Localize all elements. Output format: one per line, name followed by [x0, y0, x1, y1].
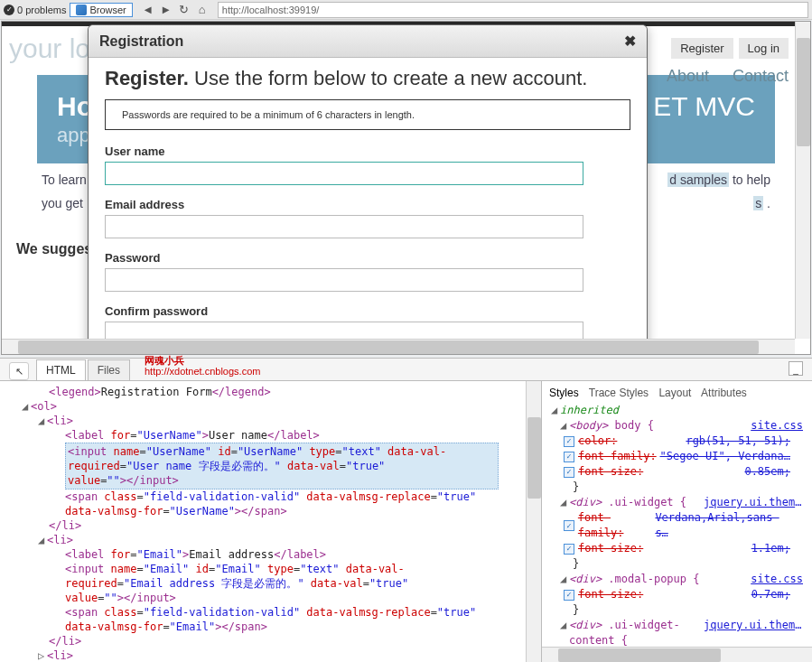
username-input[interactable] [105, 162, 583, 185]
dev-tabs: ↖ HTML Files 网魂小兵 http://xdotnet.cnblogs… [0, 359, 812, 380]
tab-attributes[interactable]: Attributes [701, 387, 747, 399]
browser-hscroll[interactable] [2, 339, 795, 354]
site-logo: your lo [5, 26, 90, 64]
selected-dom-node[interactable]: <input name="UserName" id="UserName" typ… [65, 443, 499, 490]
styles-pane: Styles Trace Styles Layout Attributes ◢i… [541, 381, 812, 662]
src-site-css-2[interactable]: site.css [751, 572, 803, 587]
close-icon[interactable]: ✖ [624, 33, 636, 50]
email-label: Email address [105, 198, 630, 211]
element-picker-icon[interactable]: ↖ [9, 362, 29, 380]
password-input[interactable] [105, 268, 583, 292]
src-jquery-theme[interactable]: jquery.ui.theme… [704, 495, 803, 510]
browser-tab[interactable]: Browser [70, 3, 132, 17]
account-links: Register Log in [671, 38, 789, 59]
nav-about[interactable]: About [667, 67, 709, 86]
confirm-label: Confirm password [105, 304, 630, 318]
browser-icon [76, 5, 87, 15]
username-field: User name [105, 145, 630, 185]
register-link[interactable]: Register [671, 38, 733, 59]
home-button[interactable]: ⌂ [194, 2, 210, 18]
hero-title-right: ET MVC [653, 91, 755, 122]
forward-button[interactable]: ► [158, 2, 174, 18]
minimize-button[interactable]: _ [789, 361, 803, 376]
email-field: Email address [105, 198, 630, 238]
browser-tab-label: Browser [89, 5, 126, 15]
username-label: User name [105, 145, 630, 158]
src-jquery-theme-2[interactable]: jquery.ui.theme… [704, 618, 803, 647]
password-field: Password [105, 251, 630, 292]
problems-badge[interactable]: ✓ 0 problems [4, 5, 66, 15]
check-icon: ✓ [4, 5, 14, 15]
watermark: 网魂小兵 http://xdotnet.cnblogs.com [145, 355, 260, 377]
password-note: Passwords are required to be a minimum o… [105, 99, 630, 130]
dev-tools: ↖ HTML Files 网魂小兵 http://xdotnet.cnblogs… [0, 358, 812, 662]
main-nav: ne About Contact [625, 67, 789, 86]
registration-dialog: Registration ✖ Register. Use the form be… [88, 24, 648, 355]
tab-styles[interactable]: Styles [549, 387, 579, 399]
learn-text-3: you get [42, 196, 83, 210]
samples-link[interactable]: d samples [667, 172, 729, 187]
tab-html[interactable]: HTML [36, 359, 86, 380]
tutorials-link[interactable]: s [753, 196, 763, 210]
browser-viewport: your lo Register Log in ne About Contact… [1, 21, 811, 355]
styles-tabs: Styles Trace Styles Layout Attributes [542, 381, 812, 403]
ide-toolbar: ✓ 0 problems Browser ◄ ► ↻ ⌂ [0, 0, 812, 20]
tab-files[interactable]: Files [88, 359, 130, 380]
dom-vscroll[interactable] [526, 381, 541, 662]
learn-text-1: To learn [42, 172, 87, 187]
styles-hscroll[interactable] [542, 647, 812, 662]
problems-text: 0 problems [17, 5, 66, 15]
back-button[interactable]: ◄ [140, 2, 156, 18]
register-heading: Register. Use the form below to create a… [105, 67, 630, 90]
styles-rules[interactable]: ◢inherited ◢<body> body {site.css ✓color… [542, 403, 812, 647]
learn-text-2b: to help [729, 172, 770, 187]
dom-tree[interactable]: <legend>Registration Form</legend> ◢<ol>… [0, 381, 541, 662]
password-label: Password [105, 251, 630, 265]
url-input[interactable] [218, 2, 808, 18]
tab-trace-styles[interactable]: Trace Styles [589, 387, 649, 399]
dialog-title-text: Registration [99, 33, 183, 50]
refresh-button[interactable]: ↻ [176, 2, 192, 18]
nav-contact[interactable]: Contact [733, 67, 789, 86]
login-link[interactable]: Log in [739, 38, 789, 59]
src-site-css[interactable]: site.css [751, 418, 803, 434]
email-input[interactable] [105, 215, 583, 238]
dialog-titlebar[interactable]: Registration ✖ [89, 25, 647, 58]
nav-buttons: ◄ ► ↻ ⌂ [140, 2, 210, 18]
browser-vscroll[interactable] [795, 22, 810, 339]
tab-layout[interactable]: Layout [658, 387, 691, 399]
